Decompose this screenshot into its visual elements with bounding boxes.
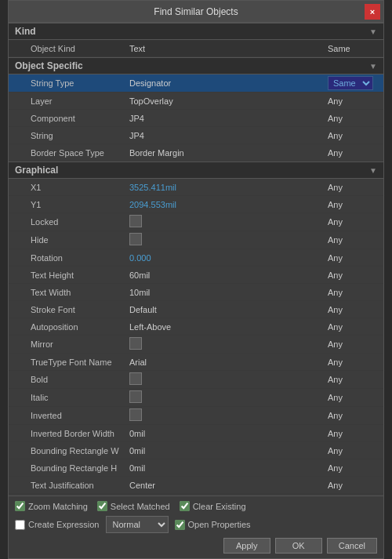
table-row-italic: Italic Any: [9, 389, 383, 407]
clear-existing-label: Clear Existing: [193, 502, 246, 511]
row-label: Bounding Rectangle W: [9, 445, 126, 457]
row-value: [126, 231, 325, 249]
row-value: Border Margin: [126, 147, 325, 159]
row-label: Italic: [9, 391, 126, 404]
table-row-mirror: Mirror Any: [9, 336, 383, 354]
row-value: JP4: [126, 129, 325, 142]
row-value: Center: [126, 479, 325, 492]
section-kind: Kind ▼: [9, 23, 383, 40]
create-expression-checkbox[interactable]: [15, 520, 25, 530]
hide-checkbox[interactable]: [129, 233, 142, 245]
match-select[interactable]: Same Any: [328, 76, 373, 90]
mirror-checkbox[interactable]: [129, 337, 142, 350]
table-row-text-justification: Text Justification Center Any: [9, 477, 383, 494]
row-label: String Type: [9, 77, 126, 89]
row-value: JP4: [126, 112, 325, 125]
row-value: 0mil: [126, 427, 325, 440]
table-row-bounding-rect-h: Bounding Rectangle H 0mil Any: [9, 459, 383, 477]
table-row-stroke-font: Stroke Font Default Any: [9, 301, 383, 318]
row-value: 3525.411mil: [126, 181, 325, 194]
row-label: Object Kind: [9, 42, 126, 55]
table-row-text-height: Text Height 60mil Any: [9, 267, 383, 284]
ok-button[interactable]: OK: [275, 538, 322, 554]
row-value: [126, 371, 325, 388]
table-row-border-space-type: Border Space Type Border Margin Any: [9, 144, 383, 162]
table-row-inverted: Inverted Any: [9, 407, 383, 425]
table-row-rotation: Rotation 0.000 Any: [9, 249, 383, 267]
table-row-bounding-rect-w: Bounding Rectangle W 0mil Any: [9, 442, 383, 459]
row-match: Any: [325, 338, 383, 350]
row-value: 60mil: [126, 269, 325, 281]
content-area: Kind ▼ Object Kind Text Same Object Spec…: [9, 23, 383, 495]
row-label: Stroke Font: [9, 303, 126, 316]
open-properties-label: Open Properties: [188, 520, 251, 529]
row-label: String: [9, 129, 126, 142]
create-expression-label: Create Expression: [28, 520, 100, 529]
apply-button[interactable]: Apply: [223, 538, 270, 554]
open-properties-checkbox-label[interactable]: Open Properties: [175, 520, 251, 530]
row-match: Any: [325, 445, 383, 457]
section-graphical: Graphical ▼: [9, 162, 383, 179]
row-match: Any: [325, 286, 383, 299]
section-graphical-label: Graphical: [15, 165, 58, 176]
row-match: Any: [325, 112, 383, 125]
row-match: Same: [325, 42, 383, 55]
select-matched-checkbox[interactable]: [97, 501, 107, 511]
cancel-button[interactable]: Cancel: [327, 538, 377, 554]
row-match: Any: [325, 356, 383, 368]
row-value: Left-Above: [126, 321, 325, 333]
table-row-y1: Y1 2094.553mil Any: [9, 196, 383, 213]
row-match: Any: [325, 462, 383, 474]
open-properties-checkbox[interactable]: [175, 520, 185, 530]
row-match: Any: [325, 479, 383, 492]
chevron-graphical-icon: ▼: [369, 166, 377, 175]
row-label: Locked: [9, 216, 126, 228]
select-matched-checkbox-label[interactable]: Select Matched: [97, 501, 170, 511]
row-value: 2094.553mil: [126, 198, 325, 211]
locked-checkbox[interactable]: [129, 215, 142, 227]
table-row-bold: Bold Any: [9, 371, 383, 389]
row-match: Any: [325, 198, 383, 211]
row-label: Component: [9, 112, 126, 125]
section-object-specific: Object Specific ▼: [9, 57, 383, 74]
normal-dropdown[interactable]: Normal Strict Loose: [106, 516, 169, 533]
table-row-truetype-font: TrueType Font Name Arial Any: [9, 354, 383, 371]
row-match: Any: [325, 409, 383, 422]
table-row-text-width: Text Width 10mil Any: [9, 284, 383, 301]
create-expression-checkbox-label[interactable]: Create Expression: [15, 520, 100, 530]
row-match: Any: [325, 391, 383, 404]
row-match: Any: [325, 269, 383, 281]
row-label: TrueType Font Name: [9, 356, 126, 368]
row-match: Any: [325, 95, 383, 107]
row-label: Mirror: [9, 338, 126, 350]
italic-checkbox[interactable]: [129, 390, 142, 403]
clear-existing-checkbox-label[interactable]: Clear Existing: [180, 501, 246, 511]
footer-row2: Create Expression Normal Strict Loose Op…: [15, 516, 377, 533]
bold-checkbox[interactable]: [129, 372, 142, 385]
row-label: Hide: [9, 234, 126, 246]
row-label: Layer: [9, 95, 126, 107]
clear-existing-checkbox[interactable]: [180, 501, 190, 511]
row-value: 0mil: [126, 445, 325, 457]
row-value: Arial: [126, 356, 325, 368]
section-object-specific-label: Object Specific: [15, 60, 83, 71]
row-match: Any: [325, 129, 383, 142]
row-label: Inverted Border Width: [9, 427, 126, 440]
row-label: Inverted: [9, 409, 126, 422]
zoom-matching-checkbox[interactable]: [15, 501, 25, 511]
inverted-checkbox[interactable]: [129, 408, 142, 421]
table-row: Object Kind Text Same: [9, 40, 383, 57]
footer: Zoom Matching Select Matched Clear Exist…: [9, 495, 383, 558]
table-row-locked: Locked Any: [9, 213, 383, 231]
chevron-object-specific-icon: ▼: [369, 62, 377, 71]
zoom-matching-label: Zoom Matching: [28, 502, 88, 511]
row-match: Any: [325, 321, 383, 333]
zoom-matching-checkbox-label[interactable]: Zoom Matching: [15, 501, 88, 511]
row-value: [126, 213, 325, 230]
close-button[interactable]: ×: [365, 4, 380, 20]
table-row-string-type: String Type Designator Same Any: [9, 74, 383, 93]
footer-row1: Zoom Matching Select Matched Clear Exist…: [15, 501, 377, 511]
row-value: Default: [126, 303, 325, 316]
row-match-dropdown[interactable]: Same Any: [325, 74, 383, 92]
table-row-hide: Hide Any: [9, 231, 383, 249]
